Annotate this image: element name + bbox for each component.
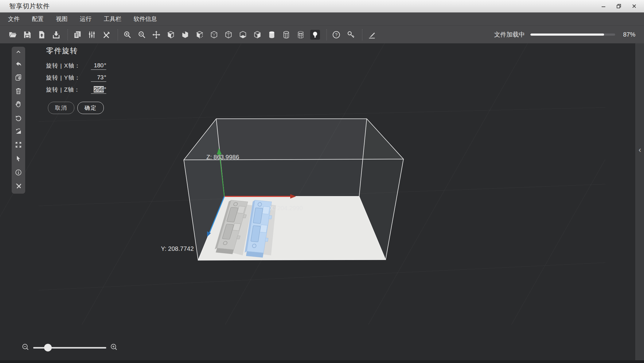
fit-expand-icon[interactable]: [15, 141, 22, 148]
toolbar-separator: [326, 29, 327, 40]
menu-view[interactable]: 视图: [50, 13, 74, 26]
view-open-bottom-icon[interactable]: [238, 30, 248, 40]
axis-label-x: X: 204.2990: [270, 205, 303, 212]
toolbar-separator: [362, 29, 363, 40]
rotation-z-input[interactable]: 256°: [91, 86, 106, 94]
slice-report-icon[interactable]: [72, 30, 82, 40]
import-model-icon[interactable]: [37, 30, 47, 40]
panel-title: 零件旋转: [46, 46, 78, 56]
cylinder-wireframe-icon[interactable]: [281, 30, 291, 40]
rotate-view-icon[interactable]: [15, 115, 22, 122]
toolbar-separator: [118, 29, 118, 40]
right-panel-strip: ‹: [635, 43, 644, 360]
parameter-sliders-icon[interactable]: [87, 30, 97, 40]
view-dotted-box-icon[interactable]: [224, 30, 233, 40]
open-file-icon[interactable]: [8, 30, 18, 40]
repair-tools-icon[interactable]: [15, 182, 22, 190]
3d-viewport[interactable]: Z: 863.9986 X: 204.2990 Y: 208.7742 零件旋转…: [0, 43, 644, 360]
annotate-pen-icon[interactable]: [367, 30, 377, 40]
rotation-x-label: 旋转 | X轴：: [46, 62, 80, 70]
degree-symbol: °: [104, 74, 106, 81]
window-title: 智享切片软件: [9, 2, 50, 10]
close-button[interactable]: [630, 2, 638, 10]
view-dashed-box-icon[interactable]: [209, 30, 219, 40]
axis-label-y: Y: 208.7742: [161, 245, 194, 252]
zoom-slider[interactable]: [33, 347, 106, 349]
loading-label: 文件加载中: [494, 30, 525, 39]
svg-text:?: ?: [335, 32, 338, 37]
license-key-icon[interactable]: [346, 30, 356, 40]
rotation-row-x: 旋转 | X轴： 180°: [46, 62, 106, 70]
select-cursor-icon[interactable]: [15, 155, 22, 162]
menu-file[interactable]: 文件: [0, 13, 26, 26]
part-rotation-panel: 零件旋转 旋转 | X轴： 180° 旋转 | Y轴： 73° 旋转 | Z轴：…: [46, 46, 78, 56]
zoom-out-icon[interactable]: [137, 30, 147, 40]
rotation-row-z: 旋转 | Z轴： 256°: [46, 86, 106, 94]
rotation-x-input[interactable]: 180°: [91, 62, 106, 70]
light-toggle-icon[interactable]: [310, 30, 320, 40]
window-controls: [599, 0, 638, 12]
view-half-shaded-icon[interactable]: [252, 30, 262, 40]
restore-button[interactable]: [615, 2, 623, 10]
mirror-flip-icon[interactable]: [15, 128, 22, 135]
toolbar-separator: [68, 29, 68, 40]
cancel-button[interactable]: 取消: [48, 102, 74, 114]
minimize-icon: [600, 3, 607, 9]
menu-toolbar[interactable]: 工具栏: [98, 13, 127, 26]
menu-bar: 文件 配置 视图 运行 工具栏 软件信息: [0, 13, 644, 26]
expand-panel-chevron[interactable]: ‹: [638, 146, 641, 154]
cylinder-solid-icon[interactable]: [267, 30, 277, 40]
export-download-icon[interactable]: [51, 30, 61, 40]
selected-value: 256: [94, 86, 104, 93]
loading-percent: 87%: [621, 31, 635, 38]
view-cube-solid-icon[interactable]: [166, 30, 176, 40]
delete-trash-icon[interactable]: [15, 87, 22, 95]
help-icon[interactable]: ?: [331, 30, 341, 40]
bottom-edge-bar: [0, 360, 644, 363]
zoom-slider-thumb[interactable]: [44, 344, 52, 352]
file-loading-status: 文件加载中 87%: [494, 26, 635, 43]
pan-hand-icon[interactable]: [15, 101, 22, 108]
collapse-up-icon[interactable]: [15, 48, 22, 56]
menu-software-info[interactable]: 软件信息: [127, 13, 163, 26]
zoom-in-icon[interactable]: [110, 343, 118, 352]
save-file-icon[interactable]: [22, 30, 32, 40]
degree-symbol: °: [104, 86, 106, 93]
tools-settings-icon[interactable]: [101, 30, 111, 40]
degree-symbol: °: [104, 62, 106, 69]
undo-icon[interactable]: [15, 61, 22, 68]
viewport-zoom-control: [21, 343, 118, 352]
axis-label-z: Z: 863.9986: [206, 154, 239, 161]
menu-config[interactable]: 配置: [26, 13, 50, 26]
side-toolbar: [12, 47, 25, 194]
confirm-button[interactable]: 确定: [77, 102, 104, 114]
cylinder-points-icon[interactable]: [296, 30, 306, 40]
move-model-icon[interactable]: [151, 30, 161, 40]
loading-progress-fill: [530, 34, 604, 36]
title-bar: 智享切片软件: [0, 0, 644, 13]
view-open-box-icon[interactable]: [195, 30, 205, 40]
info-icon[interactable]: [15, 169, 22, 176]
application-window: 智享切片软件 文件 配置 视图 运行 工具栏 软件信息: [0, 0, 644, 363]
duplicate-add-icon[interactable]: [15, 74, 22, 81]
rotation-y-label: 旋转 | Y轴：: [46, 74, 80, 82]
zoom-out-icon[interactable]: [21, 343, 29, 352]
rotation-row-y: 旋转 | Y轴： 73°: [46, 74, 106, 82]
rotation-panel-buttons: 取消 确定: [48, 102, 104, 114]
view-cube-corner-icon[interactable]: [180, 30, 190, 40]
loading-progress-bar: [530, 34, 615, 36]
menu-run[interactable]: 运行: [74, 13, 98, 26]
rotation-z-label: 旋转 | Z轴：: [46, 86, 80, 94]
rotation-y-input[interactable]: 73°: [91, 74, 106, 82]
minimize-button[interactable]: [599, 2, 608, 10]
restore-icon: [616, 3, 622, 9]
zoom-in-icon[interactable]: [123, 30, 132, 40]
close-icon: [631, 3, 637, 9]
